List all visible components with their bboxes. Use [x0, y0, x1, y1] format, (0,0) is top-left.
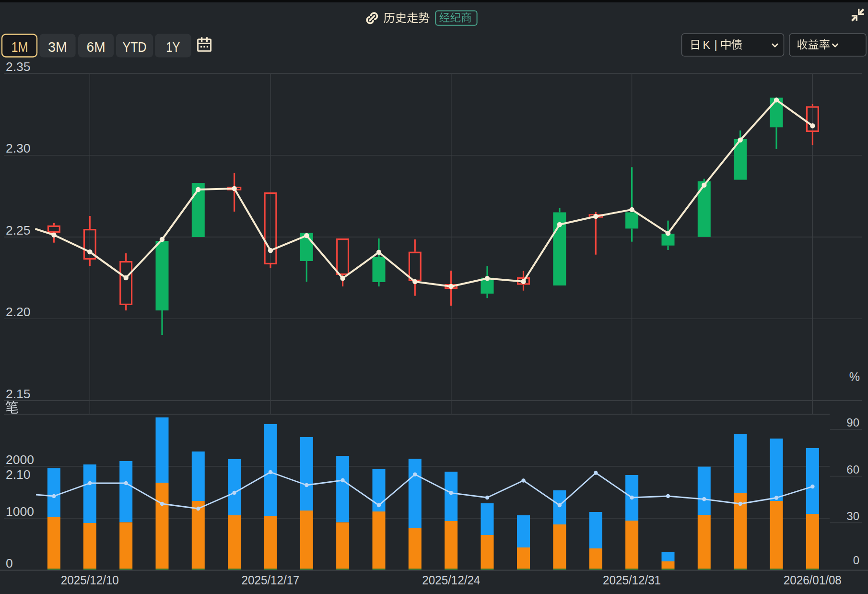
svg-text:2.10: 2.10 [6, 467, 31, 482]
svg-text:2025/12/31: 2025/12/31 [603, 573, 661, 587]
svg-text:2.35: 2.35 [6, 59, 31, 74]
svg-text:2025/12/10: 2025/12/10 [61, 573, 119, 587]
svg-text:30: 30 [846, 510, 859, 523]
svg-text:90: 90 [846, 416, 859, 429]
svg-text:2025/12/24: 2025/12/24 [422, 573, 480, 587]
svg-text:0: 0 [6, 556, 13, 570]
svg-text:3M: 3M [48, 39, 67, 55]
svg-text:2000: 2000 [6, 452, 34, 467]
svg-text:0: 0 [853, 554, 859, 567]
svg-text:6M: 6M [87, 39, 106, 55]
svg-text:%: % [849, 370, 860, 383]
svg-text:2.30: 2.30 [6, 141, 31, 155]
svg-text:1M: 1M [12, 39, 28, 55]
svg-text:YTD: YTD [123, 39, 147, 55]
svg-text:2026/01/08: 2026/01/08 [784, 573, 842, 587]
svg-text:2.15: 2.15 [6, 387, 31, 401]
svg-text:1Y: 1Y [166, 39, 180, 55]
svg-text:2.20: 2.20 [6, 305, 31, 319]
svg-text:1000: 1000 [6, 504, 34, 519]
svg-text:|: | [715, 38, 717, 51]
svg-text:K: K [703, 39, 711, 51]
svg-text:2025/12/17: 2025/12/17 [242, 573, 300, 587]
svg-text:60: 60 [846, 463, 859, 476]
svg-text:2.25: 2.25 [6, 223, 31, 238]
